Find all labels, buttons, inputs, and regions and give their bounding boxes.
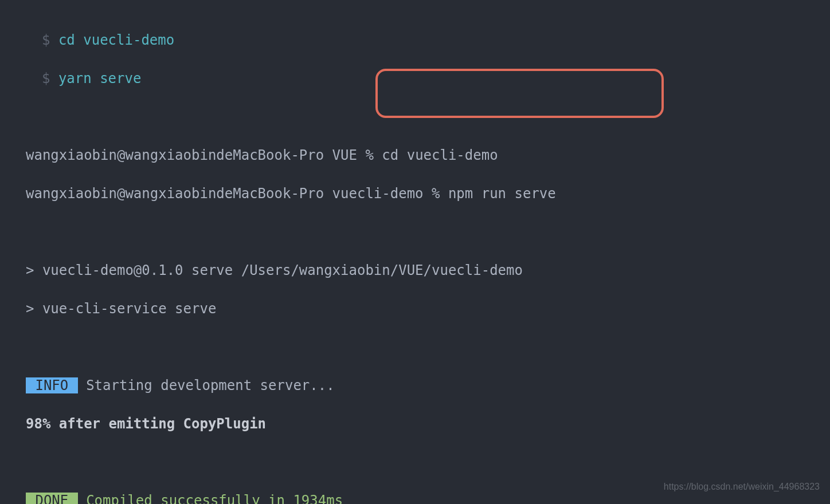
npm-header-1: > vuecli-demo@0.1.0 serve /Users/wangxia… xyxy=(26,261,830,281)
command-text: yarn serve xyxy=(58,70,142,86)
doc-cmd-2: $ yarn serve xyxy=(26,69,830,89)
doc-cmd-1: $ cd vuecli-demo xyxy=(26,31,830,50)
watermark: https://blog.csdn.net/weixin_44968323 xyxy=(664,477,820,497)
prompt-dollar: $ xyxy=(42,32,50,48)
info-line: INFO Starting development server... xyxy=(26,376,830,396)
terminal-output[interactable]: $ cd vuecli-demo $ yarn serve wangxiaobi… xyxy=(0,0,830,504)
info-message: Starting development server... xyxy=(78,377,335,393)
command-text: cd vuecli-demo xyxy=(58,32,174,48)
shell-prompt: wangxiaobin@wangxiaobindeMacBook-Pro vue… xyxy=(26,186,448,202)
npm-header-2: > vue-cli-service serve xyxy=(26,300,830,319)
prompt-dollar: $ xyxy=(42,70,50,86)
shell-line-1: wangxiaobin@wangxiaobindeMacBook-Pro VUE… xyxy=(26,146,830,166)
shell-command: cd vuecli-demo xyxy=(382,147,498,163)
done-message: Compiled successfully in 1934ms xyxy=(78,493,343,505)
shell-command: npm run serve xyxy=(448,186,556,202)
shell-line-2: wangxiaobin@wangxiaobindeMacBook-Pro vue… xyxy=(26,184,830,204)
shell-prompt: wangxiaobin@wangxiaobindeMacBook-Pro VUE… xyxy=(26,147,382,163)
info-badge: INFO xyxy=(26,377,78,393)
done-badge: DONE xyxy=(26,493,78,505)
progress-line: 98% after emitting CopyPlugin xyxy=(26,415,830,434)
